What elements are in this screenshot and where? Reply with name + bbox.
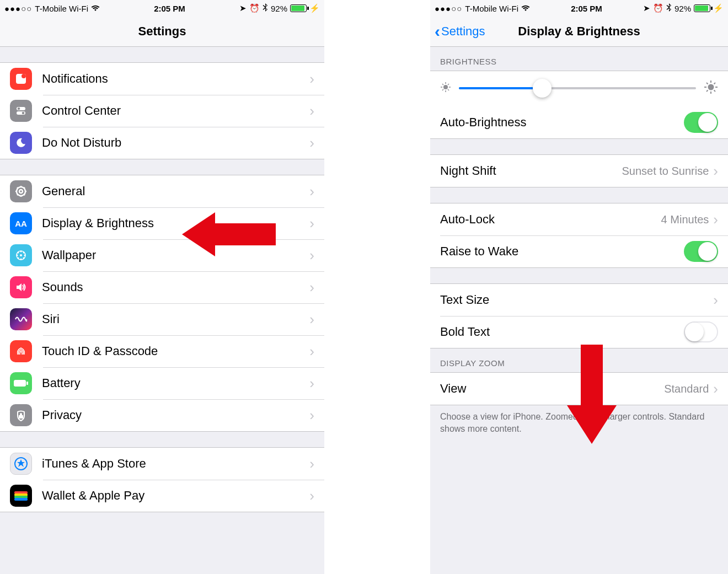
page-title: Display & Brightness xyxy=(518,24,640,39)
brightness-slider[interactable] xyxy=(459,87,696,89)
svg-line-50 xyxy=(714,83,716,84)
cell-text-size[interactable]: Text Size › xyxy=(430,284,728,316)
cell-view[interactable]: View Standard › xyxy=(430,373,728,405)
chevron-right-icon: › xyxy=(309,279,314,296)
cell-label: Raise to Wake xyxy=(440,244,684,259)
sun-small-icon xyxy=(440,82,451,95)
chevron-right-icon: › xyxy=(309,343,314,360)
svg-rect-32 xyxy=(14,498,28,501)
back-button[interactable]: ‹ Settings xyxy=(435,17,485,46)
clock-label: 2:05 PM xyxy=(571,4,602,13)
siri-icon xyxy=(10,308,32,330)
svg-point-18 xyxy=(20,251,22,253)
chevron-right-icon: › xyxy=(713,163,718,180)
svg-point-3 xyxy=(18,108,20,110)
clock-label: 2:05 PM xyxy=(154,4,185,13)
status-bar: ●●●○○ T-Mobile Wi-Fi 2:05 PM ➤ ⏰ 92% ⚡ xyxy=(0,0,324,17)
svg-point-25 xyxy=(23,252,25,254)
svg-line-39 xyxy=(448,89,449,90)
zoom-footer-text: Choose a view for iPhone. Zoomed shows l… xyxy=(430,405,728,446)
cell-label: Auto-Lock xyxy=(440,212,661,227)
wallpaper-icon xyxy=(10,244,32,266)
cell-value: Sunset to Sunrise xyxy=(622,165,709,178)
svg-rect-27 xyxy=(26,382,28,385)
cell-value: 4 Minutes xyxy=(661,213,709,226)
svg-line-14 xyxy=(17,194,18,195)
brightness-row xyxy=(430,71,728,106)
svg-line-41 xyxy=(448,84,449,85)
cell-general[interactable]: General › xyxy=(0,175,324,207)
cell-label: Text Size xyxy=(440,293,713,307)
brightness-group: Auto-Brightness xyxy=(430,106,728,139)
do-not-disturb-icon xyxy=(10,132,32,154)
status-bar: ●●●○○ T-Mobile Wi-Fi 2:05 PM ➤ ⏰ 92% ⚡ xyxy=(430,0,728,17)
wifi-icon xyxy=(91,4,100,13)
svg-line-15 xyxy=(24,187,25,189)
chevron-left-icon: ‹ xyxy=(435,23,440,40)
cell-privacy[interactable]: Privacy › xyxy=(0,399,324,431)
cell-label: Do Not Disturb xyxy=(42,136,309,150)
signal-dots-icon: ●●●○○ xyxy=(435,4,462,13)
svg-line-47 xyxy=(706,83,708,84)
chevron-right-icon: › xyxy=(309,183,314,200)
svg-point-42 xyxy=(708,84,714,90)
carrier-label: T-Mobile Wi-Fi xyxy=(35,4,88,13)
chevron-right-icon: › xyxy=(309,247,314,264)
slider-thumb[interactable] xyxy=(533,79,552,98)
svg-line-13 xyxy=(24,194,25,195)
charging-icon: ⚡ xyxy=(713,3,724,13)
cell-label: General xyxy=(42,184,309,199)
cell-label: Notifications xyxy=(42,72,309,86)
auto-brightness-toggle[interactable] xyxy=(684,112,718,133)
raise-to-wake-toggle[interactable] xyxy=(684,241,718,262)
chevron-right-icon: › xyxy=(309,311,314,328)
cell-notifications[interactable]: Notifications › xyxy=(0,63,324,95)
lock-group: Auto-Lock 4 Minutes › Raise to Wake xyxy=(430,203,728,268)
chevron-right-icon: › xyxy=(713,380,718,398)
cell-battery[interactable]: Battery › xyxy=(0,367,324,399)
chevron-right-icon: › xyxy=(309,487,314,505)
chevron-right-icon: › xyxy=(309,215,314,232)
svg-line-48 xyxy=(714,90,716,92)
cell-label: Touch ID & Passcode xyxy=(42,344,309,358)
appstore-icon xyxy=(10,453,32,475)
cell-do-not-disturb[interactable]: Do Not Disturb › xyxy=(0,127,324,159)
chevron-right-icon: › xyxy=(713,292,718,309)
cell-control-center[interactable]: Control Center › xyxy=(0,95,324,127)
sounds-icon xyxy=(10,276,32,298)
chevron-right-icon: › xyxy=(309,135,314,152)
svg-point-19 xyxy=(20,259,22,260)
wifi-icon xyxy=(521,4,530,13)
location-icon: ➤ xyxy=(643,3,650,13)
cell-label: Night Shift xyxy=(440,164,622,178)
battery-pct-label: 92% xyxy=(271,4,287,13)
cell-display-brightness[interactable]: AA Display & Brightness › xyxy=(0,207,324,239)
section-header-brightness: BRIGHTNESS xyxy=(430,47,728,71)
cell-itunes-appstore[interactable]: iTunes & App Store › xyxy=(0,448,324,480)
cell-wallet-applepay[interactable]: Wallet & Apple Pay › xyxy=(0,480,324,512)
cell-label: Control Center xyxy=(42,104,309,118)
general-icon xyxy=(10,180,32,202)
cell-sounds[interactable]: Sounds › xyxy=(0,271,324,303)
location-icon: ➤ xyxy=(239,3,247,13)
cell-touch-id[interactable]: Touch ID & Passcode › xyxy=(0,335,324,367)
chevron-right-icon: › xyxy=(309,455,314,473)
navbar: ‹ Settings Display & Brightness xyxy=(430,17,728,47)
cell-night-shift[interactable]: Night Shift Sunset to Sunrise › xyxy=(430,155,728,187)
cell-siri[interactable]: Siri › xyxy=(0,303,324,335)
cell-auto-lock[interactable]: Auto-Lock 4 Minutes › xyxy=(430,203,728,235)
sun-large-icon xyxy=(704,80,718,96)
signal-dots-icon: ●●●○○ xyxy=(4,4,32,13)
svg-line-40 xyxy=(442,89,443,90)
svg-rect-26 xyxy=(14,380,26,387)
svg-point-23 xyxy=(23,258,25,259)
charging-icon: ⚡ xyxy=(309,3,320,13)
cell-wallpaper[interactable]: Wallpaper › xyxy=(0,239,324,271)
cell-label: Display & Brightness xyxy=(42,216,309,230)
svg-point-21 xyxy=(24,255,26,256)
cell-label: Wallpaper xyxy=(42,248,309,262)
svg-point-24 xyxy=(18,258,19,259)
chevron-right-icon: › xyxy=(713,211,718,228)
bold-text-toggle[interactable] xyxy=(684,321,718,342)
wallet-icon xyxy=(10,485,32,507)
